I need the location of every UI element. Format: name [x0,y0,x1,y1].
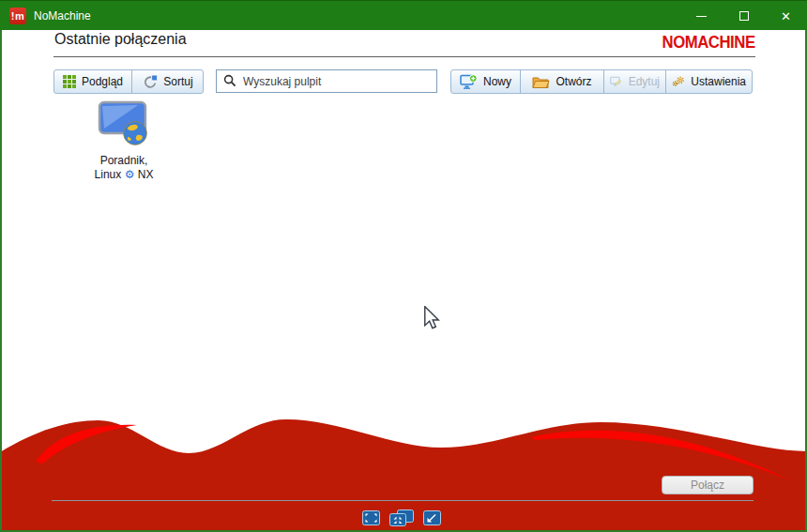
connection-name-line1: Poradnik, [66,154,182,168]
view-toolbar: Podgląd Sortuj [53,69,204,94]
footer-divider [52,500,754,501]
nomachine-wordmark: NOMACHINE [662,32,755,53]
sort-icon [142,74,158,89]
header-divider [53,56,755,57]
preview-button[interactable]: Podgląd [53,69,132,94]
search-input[interactable] [216,69,437,93]
connect-button[interactable]: Połącz [662,476,754,494]
remote-desktop-icon [97,99,151,146]
connection-name-line2: Linux ⚙ NX [66,168,182,182]
maximize-icon [739,11,749,21]
open-folder-icon [532,75,550,89]
settings-button[interactable]: Ustawienia [665,69,753,94]
search-icon [223,74,236,87]
action-toolbar: Nowy Otwórz Edytuj [450,69,753,94]
mouse-cursor [423,306,440,330]
windowed-mode-icon[interactable] [423,510,441,525]
nomachine-logo-icon: !m [9,8,26,24]
edit-button[interactable]: Edytuj [603,69,666,94]
page-title: Ostatnie połączenia [54,31,187,48]
close-icon: ✕ [781,9,791,23]
connection-name: Poradnik, Linux ⚙ NX [66,154,182,182]
nomachine-window: !m NoMachine ✕ Ostatnie połączenia NOMAC… [0,0,807,532]
connection-tile[interactable]: Poradnik, Linux ⚙ NX [66,99,182,182]
window-border-left [0,30,2,530]
edit-monitor-pencil-icon [610,74,623,89]
open-button[interactable]: Otwórz [520,69,604,94]
new-monitor-icon [460,74,478,90]
multi-monitor-icon[interactable] [389,509,414,526]
nx-gear-icon: ⚙ [125,168,135,181]
window-controls: ✕ [680,1,807,31]
window-title: NoMachine [34,1,91,31]
search-box [216,69,437,93]
minimize-icon [696,16,707,17]
fullscreen-icon[interactable] [362,510,380,525]
minimize-button[interactable] [680,1,723,31]
gears-icon [672,74,685,89]
close-button[interactable]: ✕ [765,1,807,31]
new-connection-button[interactable]: Nowy [450,69,521,94]
sort-button[interactable]: Sortuj [131,69,204,94]
maximize-button[interactable] [723,1,765,31]
display-mode-dock [362,509,449,527]
titlebar: !m NoMachine ✕ [0,0,807,30]
grid-view-icon [63,75,76,88]
